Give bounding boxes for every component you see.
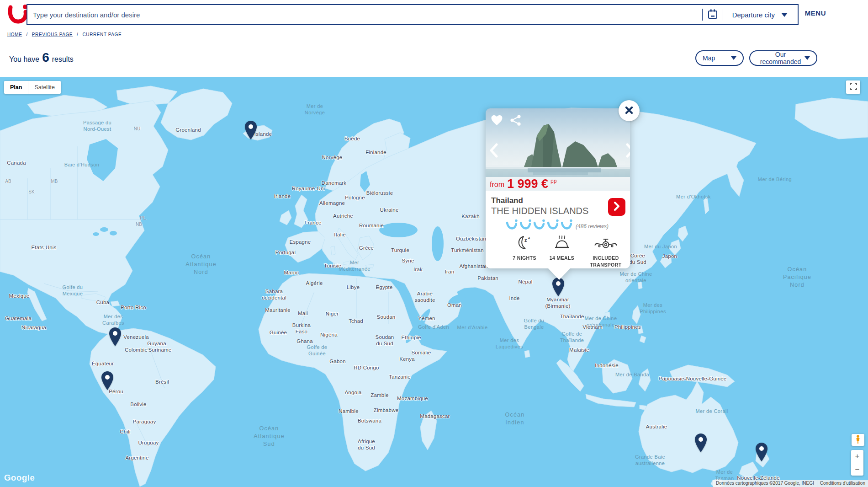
menu-button[interactable]: MENU (805, 9, 826, 17)
breadcrumb-previous-page[interactable]: PREVIOUS PAGE (32, 32, 73, 37)
zoom-out-button[interactable]: − (851, 463, 863, 476)
close-icon (623, 104, 635, 118)
nights-icon: z z (515, 235, 534, 252)
breadcrumb-separator: / (26, 32, 27, 37)
amenity-transport: INCLUDED TRANSPORT (581, 235, 631, 268)
google-logo[interactable]: Google (4, 473, 35, 483)
map-type-control: Plan Satellite (4, 81, 61, 94)
price-banner: from 1 999 € pp (486, 177, 630, 191)
zoom-in-button[interactable]: + (851, 450, 863, 463)
attribution-text: Données cartographiques ©2017 Google, IN… (713, 480, 817, 487)
transport-icon (594, 235, 618, 252)
map-type-plan-button[interactable]: Plan (4, 81, 28, 94)
pegman-button[interactable] (852, 434, 864, 446)
card-photo: from 1 999 € pp (486, 108, 630, 191)
amenity-meals: 14 MEALS (543, 235, 581, 268)
rating-smiles (506, 219, 572, 232)
breadcrumb-current-page: CURRENT PAGE (83, 32, 122, 37)
sort-label: Our recommanded (757, 51, 804, 65)
svg-text:z: z (524, 237, 527, 243)
breadcrumb-home[interactable]: HOME (7, 32, 22, 37)
result-card: from 1 999 € pp Thailand THE HIDDEN ISLA… (486, 108, 630, 268)
map-pin-iceland[interactable] (244, 120, 258, 141)
card-title: THE HIDDEN ISLANDS (491, 206, 588, 216)
amenities-row: z z 7 NIGHTS (506, 235, 631, 268)
meals-icon (553, 235, 571, 252)
amenity-label: 14 MEALS (550, 255, 575, 262)
map-pin-australia[interactable] (694, 433, 708, 454)
price-suffix: pp (550, 178, 556, 184)
fullscreen-icon (849, 82, 858, 92)
view-mode-label: Map (703, 54, 715, 62)
results-row: You have 6 results Map Our recommanded (0, 44, 868, 72)
price-value: 1 999 € (507, 177, 548, 191)
search-box-right: Departure city (702, 5, 798, 24)
tui-smile-icon (547, 219, 559, 232)
results-suffix: results (52, 55, 74, 64)
map-type-satellite-button[interactable]: Satellite (28, 81, 60, 94)
top-header: Departure city MENU (0, 0, 868, 26)
map-attribution: Données cartographiques ©2017 Google, IN… (713, 480, 868, 487)
zoom-control: + − (851, 450, 863, 476)
amenity-label: 7 NIGHTS (513, 255, 536, 262)
map-pin-peru[interactable] (101, 371, 114, 392)
pegman-icon (855, 435, 861, 445)
card-info: Thailand THE HIDDEN ISLANDS (486 reviews… (486, 191, 630, 268)
price-prefix: from (490, 181, 504, 189)
results-number: 6 (42, 50, 49, 65)
tui-smile-icon (506, 219, 518, 232)
calendar-button[interactable] (703, 5, 723, 24)
map-canvas[interactable]: Océan Atlantique NordOcéan Atlantique Su… (0, 77, 868, 487)
amenity-nights: z z 7 NIGHTS (506, 235, 543, 268)
breadcrumb-separator: / (77, 32, 78, 37)
results-count: You have 6 results (9, 50, 74, 65)
view-offer-button[interactable] (608, 198, 625, 216)
tui-logo[interactable] (7, 3, 28, 24)
search-input[interactable] (27, 5, 702, 24)
chevron-down-icon (781, 13, 788, 17)
amenity-label: INCLUDED TRANSPORT (583, 255, 629, 268)
chevron-down-icon (731, 56, 736, 60)
chevron-down-icon (804, 56, 810, 60)
calendar-icon (707, 9, 718, 21)
departure-city-dropdown[interactable]: Departure city (723, 5, 798, 24)
map-pin-thailand[interactable] (551, 277, 565, 298)
world-map[interactable] (0, 77, 868, 487)
map-pin-colombia[interactable] (108, 327, 122, 348)
tui-smile-icon (519, 219, 531, 232)
card-country: Thailand (491, 196, 523, 205)
fullscreen-button[interactable] (846, 80, 860, 94)
view-mode-dropdown[interactable]: Map (695, 50, 744, 66)
reviews-count: (486 reviews) (576, 223, 609, 230)
results-prefix: You have (9, 55, 39, 64)
svg-text:z: z (528, 235, 530, 240)
tui-smile-icon (533, 219, 545, 232)
breadcrumb: HOME / PREVIOUS PAGE / CURRENT PAGE (7, 32, 122, 37)
map-pin-new-zealand[interactable] (755, 442, 768, 463)
tui-smile-icon (561, 219, 572, 232)
chevron-right-icon (614, 202, 620, 212)
destination-search-box: Departure city (26, 4, 799, 25)
terms-link[interactable]: Conditions d'utilisation (817, 480, 868, 487)
card-pointer-tail (548, 268, 570, 280)
sort-dropdown[interactable]: Our recommanded (749, 50, 817, 66)
departure-city-label: Departure city (732, 11, 775, 19)
card-close-button[interactable] (619, 100, 640, 121)
